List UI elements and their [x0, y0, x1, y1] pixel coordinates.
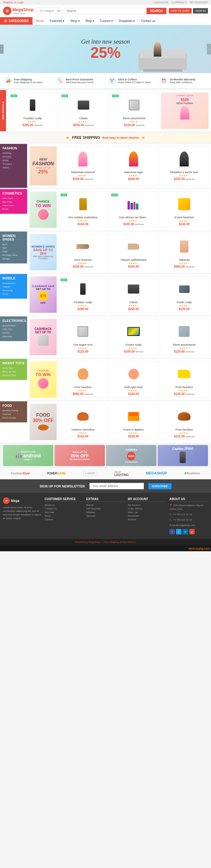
promo-android-banner[interactable]: Splash of color 🤖 android Order 7	[3, 445, 53, 466]
shoes-link-boot[interactable]: Boot	[2, 243, 25, 246]
product-price: $244.00	[179, 222, 190, 226]
nav-dropdown[interactable]: Dropdown ▾	[116, 17, 138, 25]
footer-link-specials[interactable]: Specials	[86, 515, 125, 517]
mobile-link-sony[interactable]: Sony	[2, 292, 25, 296]
product-stars: ★★★★☆	[111, 262, 156, 265]
search-button[interactable]: SEARCH	[147, 8, 166, 14]
newsletter-subscribe-button[interactable]: SUBSCRIBE	[148, 483, 172, 489]
washer-image	[129, 100, 139, 111]
product-card: NEW Rame assortments ★★★★☆ $120.00 $165.…	[110, 92, 159, 129]
footer-logo-icon: M	[3, 497, 10, 504]
product-name: Proin fauctbus	[162, 428, 207, 431]
footer-link-returns[interactable]: Returns	[128, 518, 166, 521]
footer-link-vouchers[interactable]: Gift Vouchers	[86, 507, 125, 510]
login-link[interactable]: Login	[17, 1, 24, 4]
footer-link-about[interactable]: About Us	[45, 504, 83, 506]
search-input[interactable]	[64, 8, 147, 14]
food-products: FOOD 30% OFF Vivamus clenvolius ★★★★☆ $1…	[27, 401, 211, 442]
facebook-icon[interactable]: f	[169, 529, 175, 534]
product-stars: ★★★★☆	[162, 174, 207, 177]
promo-camera-banner[interactable]: CAMERA $250 Accessories	[106, 445, 156, 466]
my-account-link[interactable]: MY ACCOUNT	[190, 1, 208, 4]
food-link-canned[interactable]: Canned	[2, 413, 25, 415]
fashion-link-trousers[interactable]: Trousers	[2, 162, 25, 165]
cosmetics-link-face[interactable]: Face Liner	[2, 204, 25, 207]
feature-divider-2	[105, 75, 106, 86]
cosmetics-link-skin[interactable]: Skin Care	[2, 197, 25, 199]
footer-link-newsletter[interactable]: Newsletter	[128, 515, 166, 517]
mobile-link-accessories[interactable]: Accessories	[2, 282, 25, 284]
food-link-healthy[interactable]: Healthy Eating	[2, 409, 25, 412]
footer-link-careers[interactable]: Careers	[45, 518, 83, 521]
signin-button[interactable]: SIGN IN	[193, 8, 208, 13]
footer: M Mega Lorem ipsum dolor sit amet, conse…	[0, 493, 211, 539]
shoes-link-flats[interactable]: Flats	[2, 250, 25, 253]
twitter-icon[interactable]: t	[176, 529, 182, 534]
product-price: $130.00	[73, 265, 83, 268]
feature-desc-4: Shop with confidence	[170, 81, 195, 84]
nav-featured[interactable]: Featured ▾	[47, 17, 67, 25]
footer-link-news[interactable]: News	[45, 515, 83, 517]
nav-home[interactable]: Home	[32, 17, 47, 25]
shoes-link-wedge[interactable]: Wedge	[2, 257, 25, 260]
footer-link-brands[interactable]: Brands	[86, 504, 125, 506]
footer-link-orders[interactable]: Order History	[128, 507, 166, 510]
food-section: FOOD Healthy Eating Canned Fresh Foods F…	[0, 401, 211, 442]
electronics-link-clocks[interactable]: Clocks	[2, 332, 25, 334]
toys-link-stroller[interactable]: Baby Stroller	[2, 370, 25, 373]
footer-link-wishlist[interactable]: Wish List	[128, 511, 166, 514]
mobile-label: MOBILE	[2, 276, 25, 280]
hero-next-arrow[interactable]: ›	[207, 44, 211, 55]
toys-link-musical[interactable]: Musical Toys	[2, 374, 25, 377]
shoes-link-belt[interactable]: Belt	[2, 247, 25, 249]
add-to-cart-button[interactable]: ADD TO CART	[169, 8, 192, 13]
language-selector[interactable]: LANGUAGE	[153, 1, 168, 4]
footer-link-sitemap[interactable]: Site Map	[45, 511, 83, 514]
googleplus-icon[interactable]: g+	[189, 529, 195, 534]
footer-link-affiliates[interactable]: Affiliates	[86, 511, 125, 514]
hero-text: Get into new season 25%	[81, 38, 130, 60]
toys-link-baby[interactable]: Baby Toys	[2, 367, 25, 369]
nav-shop[interactable]: Shop ▾	[67, 17, 83, 25]
product-price: $100.00	[73, 177, 83, 181]
fashion-link-jeans[interactable]: Jeans	[2, 166, 25, 169]
category-select[interactable]: All Category	[36, 7, 61, 14]
product-old-price: $195.00	[84, 266, 93, 268]
linkedin-icon[interactable]: in	[183, 529, 188, 534]
shoes-link-running[interactable]: Running Shoe	[2, 254, 25, 256]
feature-title-3: Click & Collect	[118, 78, 151, 81]
footer-link-myaccount[interactable]: My Account	[128, 504, 166, 506]
footer-phone2: 📞 +1 786 222 22 22	[169, 518, 208, 522]
fashion-link-dresses[interactable]: Dresses	[2, 155, 25, 158]
fashion-link-clothing[interactable]: Clothing	[2, 152, 25, 154]
nav-blog[interactable]: Blog ▾	[83, 17, 97, 25]
promo-phone-banner[interactable]: Capitan ZP990	[158, 445, 208, 466]
hero-prev-arrow[interactable]: ‹	[0, 44, 4, 54]
cosmetics-link-eye[interactable]: Eye Care	[2, 200, 25, 203]
mobile-link-tablets[interactable]: Tablets	[2, 285, 25, 288]
toy-car-image	[178, 370, 190, 378]
nav-contact[interactable]: Contact us	[138, 17, 158, 25]
electronics-link-led[interactable]: LED TVs	[2, 328, 25, 331]
electronics-link-accessories[interactable]: Accessories	[2, 324, 25, 327]
shoes-sidebar: WOMEN SHOES Boot Belt Flats Running Shoe…	[0, 231, 27, 264]
currency-selector[interactable]: CURRENCY	[172, 1, 187, 4]
register-link[interactable]: Register	[3, 1, 13, 4]
nav-custom[interactable]: Custom ▾	[97, 17, 116, 25]
product-image	[60, 149, 105, 169]
fashion-link-shirts[interactable]: Shirts	[2, 159, 25, 162]
product-stars: ★★★★☆	[162, 304, 207, 307]
product-old-price: $229.00	[186, 435, 194, 438]
footer-link-contact[interactable]: Contact Us	[45, 507, 83, 510]
food-link-fresh[interactable]: Fresh Foods	[2, 416, 25, 419]
electronics-link-washing[interactable]: Washing	[2, 335, 25, 338]
categories-label: CATEGORIES	[9, 19, 28, 23]
product-old-price: $325.00	[84, 178, 93, 181]
mobile-link-samsung[interactable]: Samsung	[2, 289, 25, 292]
promo-sale-banner[interactable]: SALE UP TO 20% OFF On selected articles	[55, 445, 105, 466]
categories-button[interactable]: ☰ CATEGORIES	[0, 17, 32, 25]
cosmetics-link-blush[interactable]: Blush	[2, 208, 25, 211]
top-bar: Register or Login LANGUAGE CURRENCY MY A…	[0, 0, 211, 5]
top-bar-right: LANGUAGE CURRENCY MY ACCOUNT	[153, 1, 208, 4]
newsletter-email-input[interactable]	[89, 483, 144, 489]
